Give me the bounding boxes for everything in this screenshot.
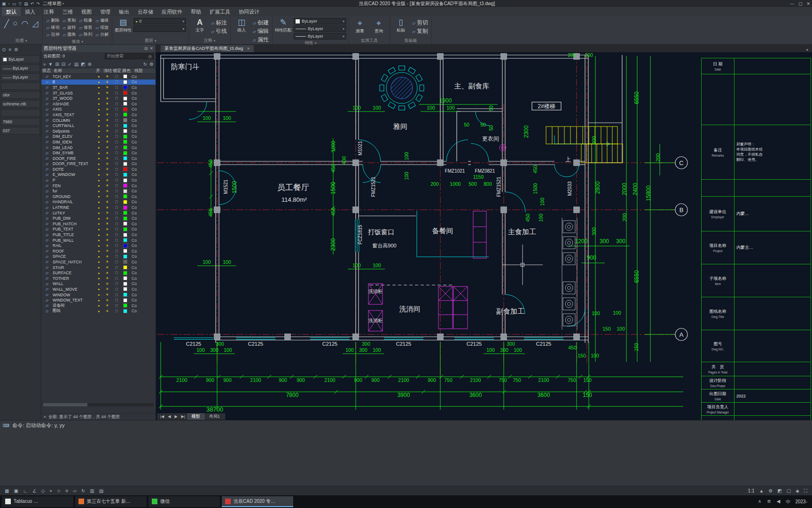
property-field-7[interactable]	[1, 109, 40, 117]
dyn-input-icon[interactable]: ⊹	[56, 488, 62, 493]
layer-color-swatch[interactable]	[123, 233, 127, 237]
layer-color-swatch[interactable]	[123, 200, 127, 204]
layer-column-锁定[interactable]: 锁定	[112, 68, 121, 74]
property-field-6[interactable]: ochrome.ctb	[1, 100, 40, 108]
layer-freeze-icon[interactable]: ☀	[102, 189, 112, 193]
document-tab[interactable]: 某食堂厨房设备CAD平面布局图_t3.dwg ✕	[161, 45, 254, 52]
close-icon[interactable]: ✕	[806, 1, 810, 6]
modify-button-缩放[interactable]: ▱缩放	[94, 24, 109, 31]
property-field-5[interactable]: olor	[1, 91, 40, 99]
clipboard-button-剪切[interactable]: ▱剪切	[411, 19, 429, 27]
layer-on-icon[interactable]: ●	[95, 271, 102, 275]
layer-row-STAIR[interactable]: ▱STAIR●☀▢Co	[41, 265, 156, 270]
layer-freeze-icon[interactable]: ☀	[102, 112, 112, 117]
layer-color-swatch[interactable]	[123, 91, 127, 95]
layer-row-ASHADE[interactable]: ▱ASHADE●☀▢Co	[41, 101, 156, 107]
modify-button-删除[interactable]: ▱删除	[45, 17, 60, 24]
utilities-group-label[interactable]: 实用工具	[361, 38, 378, 44]
layer-row-PUB_WALL[interactable]: ▱PUB_WALL●☀▢Co	[41, 238, 156, 243]
layer-freeze-icon[interactable]: ☀	[102, 271, 112, 275]
layer-lock-icon[interactable]: ▢	[112, 298, 121, 302]
layer-row-fur[interactable]: ▱fur●☀▢Co	[41, 188, 156, 194]
ribbon-tab-12[interactable]: 协同设计	[234, 7, 264, 16]
ribbon-tab-7[interactable]: 输出	[115, 7, 133, 16]
layer-on-icon[interactable]: ●	[95, 167, 102, 171]
polar-icon[interactable]: ∠	[31, 488, 38, 493]
cycle-icon[interactable]: ↻	[80, 488, 86, 493]
taskbar-clock[interactable]: 2023-	[795, 499, 807, 504]
circle-icon[interactable]: ○	[13, 19, 17, 28]
fullscreen-icon[interactable]: ⛶	[803, 488, 808, 494]
block-button-创建[interactable]: ▱创建	[252, 19, 270, 27]
layer-freeze-icon[interactable]: ☀	[102, 183, 112, 188]
property-field-1[interactable]: ByLayer	[1, 56, 40, 63]
layer-lock-icon[interactable]: ▢	[112, 293, 121, 297]
layer-row-PUB_TITLE[interactable]: ▱PUB_TITLE●☀▢Co	[41, 232, 156, 238]
layer-color-swatch[interactable]	[123, 216, 127, 221]
layer-lock-icon[interactable]: ▢	[112, 91, 121, 95]
draw-group-label[interactable]: 绘图	[16, 38, 24, 44]
layer-column-开[interactable]: 开	[95, 68, 102, 74]
layer-on-icon[interactable]: ●	[95, 233, 102, 237]
layer-lock-icon[interactable]: ▢	[112, 80, 121, 84]
layer-on-icon[interactable]: ●	[95, 140, 102, 143]
layer-row-WALL[interactable]: ▱WALL●☀▢Co	[41, 281, 156, 287]
layer-freeze-icon[interactable]: ☀	[102, 282, 112, 286]
layer-freeze-icon[interactable]: ☀	[102, 129, 112, 133]
layer-lock-icon[interactable]: ▢	[112, 173, 121, 176]
layer-freeze-icon[interactable]: ☀	[102, 194, 112, 198]
layer-row-LATRINE[interactable]: ▱LATRINE●☀▢Co	[41, 205, 156, 210]
layer-freeze-icon[interactable]: ☀	[102, 140, 112, 144]
layer-freeze-icon[interactable]: ☀	[102, 167, 112, 171]
layer-row-PUB_TEXT[interactable]: ▱PUB_TEXT●☀▢Co	[41, 227, 156, 232]
layer-on-icon[interactable]: ●	[95, 244, 102, 247]
layer-color-swatch[interactable]	[123, 80, 127, 84]
modify-button-移动[interactable]: ▱移动	[45, 24, 60, 31]
layer-on-icon[interactable]: ●	[95, 277, 102, 280]
layer-on-icon[interactable]: ●	[95, 211, 102, 214]
ribbon-tab-4[interactable]: 三维	[58, 7, 77, 16]
layer-lock-icon[interactable]: ▢	[112, 227, 121, 231]
transparency-icon[interactable]: ▱	[72, 488, 78, 493]
layer-on-icon[interactable]: ●	[95, 129, 102, 133]
layer-freeze-icon[interactable]: ☀	[102, 211, 112, 215]
ribbon-tab-2[interactable]: 插入	[21, 7, 39, 16]
layer-color-swatch[interactable]	[123, 303, 127, 308]
isolate-icon[interactable]: ◩	[776, 488, 782, 493]
modify-button-镜像[interactable]: ▱镜像	[78, 17, 93, 24]
layer-lock-icon[interactable]: ▢	[112, 162, 121, 166]
layer-row-3T_WOOD[interactable]: ▱3T_WOOD●☀▢Co	[41, 95, 156, 101]
insert-block-button[interactable]: ◫ 插入	[233, 17, 250, 33]
print-icon[interactable]: ▤	[24, 1, 28, 6]
modify-button-圆角[interactable]: ▱圆角	[62, 31, 77, 38]
layer-on-icon[interactable]: ●	[95, 266, 102, 269]
layer-lock-icon[interactable]: ▢	[112, 304, 121, 308]
quickprops-icon[interactable]: ▤	[98, 488, 104, 493]
layer-lock-icon[interactable]: ▢	[112, 271, 121, 275]
annotation-group-label[interactable]: 注释	[204, 38, 212, 44]
network-icon[interactable]: ≣	[766, 499, 772, 505]
layer-lock-icon[interactable]: ▢	[112, 146, 121, 150]
layer-lock-icon[interactable]: ▢	[112, 129, 121, 133]
layer-isolate-icon[interactable]: ◩	[81, 62, 85, 67]
layer-freeze-icon[interactable]: ☀	[102, 91, 112, 95]
layer-color-swatch[interactable]	[123, 178, 127, 183]
ribbon-tab-11[interactable]: 扩展工具	[205, 7, 234, 16]
layer-row-WINDOW_TEXT[interactable]: ▱WINDOW_TEXT●☀▢Co	[41, 297, 156, 303]
layer-on-icon[interactable]: ●	[95, 108, 102, 111]
layer-color-swatch[interactable]	[123, 271, 127, 275]
layer-row-DIM_IDEN[interactable]: ▱DIM_IDEN●☀▢Co	[41, 139, 156, 145]
layer-on-icon[interactable]: ●	[95, 91, 102, 95]
block-button-编辑[interactable]: ▱编辑	[252, 27, 270, 35]
layer-lock-icon[interactable]: ▢	[112, 96, 121, 100]
layer-freeze-icon[interactable]: ☀	[102, 200, 112, 204]
layer-lock-icon[interactable]: ▢	[112, 282, 121, 286]
property-dropdown-3[interactable]: ByLayer▾	[294, 33, 346, 40]
save-icon[interactable]: ▽	[18, 1, 22, 6]
layer-settings-icon[interactable]: ⚙	[149, 62, 154, 67]
drawing-canvas[interactable]: 防寒门斗雅间主、副食库更衣间员工餐厅114.80m²打饭窗口窗台高900备餐间主…	[156, 52, 812, 420]
modify-button-复制[interactable]: ▱复制	[62, 17, 77, 24]
property-field-9[interactable]: 037	[1, 127, 40, 135]
layer-on-icon[interactable]: ●	[95, 249, 102, 253]
layer-lock-icon[interactable]: ▢	[112, 309, 121, 313]
